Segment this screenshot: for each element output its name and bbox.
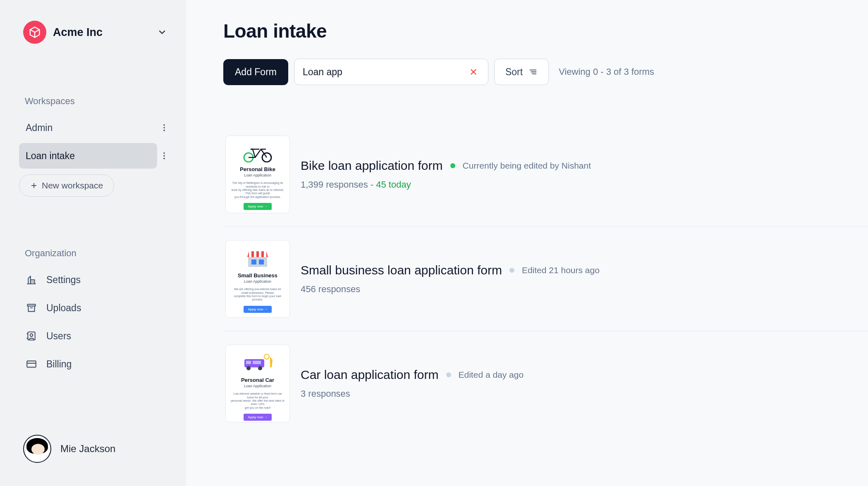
thumb-desc: The city of Wellington is encouraging it…	[231, 181, 285, 199]
nav-label: Billing	[46, 359, 72, 370]
form-thumbnail: Small Business Loan Application We are o…	[225, 240, 290, 318]
svg-point-1	[163, 127, 165, 129]
svg-point-36	[264, 354, 269, 359]
form-row[interactable]: Personal Car Loan Application Low-intere…	[223, 331, 868, 436]
svg-rect-29	[248, 257, 267, 267]
form-title: Car loan application form	[301, 368, 439, 382]
thumb-sub: Loan Application	[244, 173, 271, 177]
workspaces-list: Admin Loan intake	[19, 115, 171, 169]
building-icon	[26, 274, 37, 286]
search-input[interactable]	[303, 67, 467, 78]
user-menu[interactable]: Mie Jackson	[19, 431, 171, 471]
form-title: Bike loan application form	[301, 159, 443, 173]
today-count: 45 today	[376, 179, 411, 190]
svg-rect-38	[246, 361, 251, 364]
sort-button[interactable]: Sort	[494, 59, 549, 85]
chevron-down-icon	[157, 27, 167, 37]
status-text: Edited a day ago	[459, 370, 524, 380]
thumb-title: Personal Car	[241, 377, 274, 383]
search-field-wrap	[294, 59, 488, 85]
thumb-sub: Loan Application	[244, 279, 271, 284]
svg-rect-34	[251, 260, 256, 264]
svg-rect-18	[27, 361, 36, 367]
sidebar-item-label: Loan intake	[26, 150, 75, 162]
org-logo-icon	[23, 21, 46, 44]
thumb-apply-button: Apply now →	[244, 203, 271, 210]
svg-point-4	[163, 155, 165, 157]
van-icon	[239, 353, 276, 373]
form-meta: 456 responses	[301, 284, 866, 295]
form-list: Personal Bike Loan Application The city …	[223, 122, 868, 436]
workspaces-section-label: Workspaces	[19, 96, 171, 107]
org-name: Acme Inc	[53, 26, 103, 39]
svg-point-41	[258, 366, 262, 370]
svg-rect-30	[249, 251, 251, 257]
nav-billing[interactable]: Billing	[19, 351, 171, 377]
svg-point-40	[246, 366, 251, 370]
credit-card-icon	[26, 358, 37, 370]
nav-label: Settings	[46, 274, 81, 286]
main-content: Loan intake Add Form Sort Viewing 0 - 3 …	[186, 0, 868, 486]
status-dot-icon	[450, 163, 455, 168]
nav-label: Users	[46, 331, 71, 342]
sidebar-item-admin[interactable]: Admin	[19, 115, 157, 141]
status-dot-icon	[509, 268, 514, 273]
viewing-count: Viewing 0 - 3 of 3 forms	[559, 67, 654, 77]
plus-icon	[30, 182, 38, 189]
sidebar-item-label: Admin	[26, 122, 53, 133]
store-icon	[239, 248, 276, 269]
svg-rect-39	[253, 361, 261, 364]
sort-icon	[528, 67, 538, 76]
avatar	[23, 435, 51, 463]
thumb-desc: We are offering low-interest loans for s…	[231, 288, 285, 302]
clear-search-icon[interactable]	[467, 66, 480, 78]
responses-count: 3 responses	[301, 388, 350, 399]
toolbar: Add Form Sort Viewing 0 - 3 of 3 forms	[223, 59, 868, 85]
thumb-desc: Low-interest variable or fixed-term car …	[231, 392, 285, 410]
workspace-menu-button[interactable]	[157, 121, 171, 135]
status-dot-icon	[446, 372, 451, 377]
form-thumbnail: Personal Car Loan Application Low-intere…	[225, 345, 290, 422]
svg-point-2	[163, 130, 165, 131]
form-row[interactable]: Personal Bike Loan Application The city …	[223, 122, 868, 227]
new-workspace-button[interactable]: New workspace	[19, 174, 114, 197]
sidebar: Acme Inc Workspaces Admin Loan intake	[0, 0, 186, 486]
svg-point-5	[163, 158, 165, 160]
form-row[interactable]: Small Business Loan Application We are o…	[223, 227, 868, 331]
svg-rect-32	[259, 251, 261, 257]
form-info: Bike loan application form Currently bei…	[301, 159, 866, 190]
thumb-apply-button: Apply now →	[244, 414, 271, 421]
add-form-button[interactable]: Add Form	[223, 59, 288, 85]
organization-nav: Settings Uploads Users Billing	[19, 267, 171, 377]
nav-settings[interactable]: Settings	[19, 267, 171, 293]
bike-icon	[239, 143, 276, 162]
form-info: Small business loan application form Edi…	[301, 263, 866, 295]
thumb-title: Personal Bike	[240, 167, 275, 172]
form-thumbnail: Personal Bike Loan Application The city …	[225, 136, 290, 213]
svg-point-0	[163, 124, 165, 126]
org-switcher[interactable]: Acme Inc	[19, 18, 171, 46]
contact-icon	[26, 330, 37, 342]
thumb-apply-button: Apply now →	[244, 306, 271, 313]
user-name: Mie Jackson	[60, 443, 115, 455]
form-title: Small business loan application form	[301, 263, 502, 277]
nav-label: Uploads	[46, 303, 81, 314]
nav-uploads[interactable]: Uploads	[19, 295, 171, 321]
form-meta: 1,399 responses - 45 today	[301, 179, 866, 190]
new-workspace-label: New workspace	[42, 181, 103, 191]
organization-section-label: Organization	[19, 248, 171, 259]
thumb-title: Small Business	[238, 273, 277, 279]
page-title: Loan intake	[223, 20, 868, 42]
status-text: Currently being edited by Nishant	[463, 161, 591, 171]
svg-rect-31	[254, 251, 256, 257]
workspace-menu-button[interactable]	[157, 149, 171, 163]
responses-count: 1,399 responses	[301, 179, 368, 190]
sort-label: Sort	[505, 67, 523, 78]
form-meta: 3 responses	[301, 388, 866, 399]
status-text: Edited 21 hours ago	[522, 265, 600, 275]
nav-users[interactable]: Users	[19, 323, 171, 349]
svg-rect-35	[259, 260, 264, 264]
sidebar-item-loan-intake[interactable]: Loan intake	[19, 143, 157, 169]
svg-point-3	[163, 152, 165, 154]
svg-rect-33	[264, 251, 266, 257]
